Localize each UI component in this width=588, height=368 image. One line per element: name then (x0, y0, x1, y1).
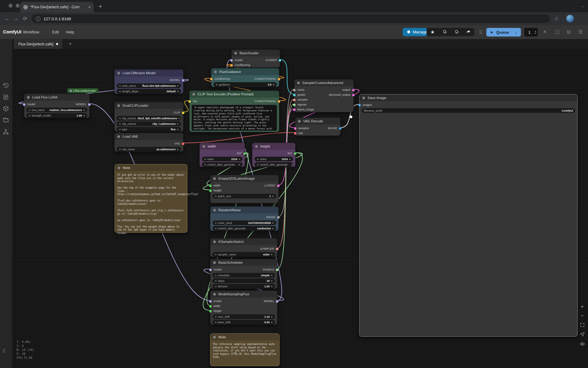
node-save_image[interactable]: Save Imageimagesfilename_prefixComfyUI (359, 94, 578, 337)
node-title-bar[interactable]: Note (115, 164, 187, 171)
output-port-CLIP[interactable] (182, 112, 184, 114)
node-title-bar[interactable]: Load Flux LoRA (24, 94, 89, 101)
browser-tab[interactable]: *Flux-Dev[artech.cafe] - Com × (20, 2, 94, 12)
node-dual_clip_loader[interactable]: DualCLIPLoaderCLIP◀clip_name1t5xxl_fp8_e… (114, 102, 183, 132)
input-port-model[interactable] (209, 300, 212, 303)
widget-lora_name[interactable]: ◀lora_namerealism_lora.safetensors▶ (26, 108, 87, 112)
widget-right-arrow-icon[interactable]: ▶ (273, 222, 274, 224)
widget-left-arrow-icon[interactable]: ◀ (215, 285, 216, 288)
widget-right-arrow-icon[interactable]: ▶ (177, 90, 179, 93)
widget-right-arrow-icon[interactable]: ▶ (271, 285, 273, 288)
node-map-icon[interactable] (2, 128, 10, 136)
node-library-icon[interactable] (2, 94, 10, 101)
input-port-conditioning[interactable] (210, 78, 213, 80)
node-width_node[interactable]: widthINT◀value1024▶◀control_after_genera… (199, 143, 245, 167)
widget-left-arrow-icon[interactable]: ◀ (28, 109, 30, 111)
widget-control_after_generate[interactable]: ◀control_after_generate.▶ (202, 162, 243, 167)
widget-left-arrow-icon[interactable]: ◀ (215, 274, 216, 277)
output-port-LATENT[interactable] (277, 185, 280, 187)
widget-right-arrow-icon[interactable]: ▶ (291, 163, 293, 166)
back-icon[interactable]: ← (3, 15, 10, 22)
theme-toggle-moon-icon[interactable]: ☾ (3, 348, 7, 354)
bell-icon-2[interactable] (450, 29, 462, 35)
widget-right-arrow-icon[interactable]: ▶ (177, 85, 179, 87)
output-port-MODEL[interactable] (182, 79, 184, 82)
node-title-bar[interactable]: width (200, 143, 245, 150)
output-port-VAE[interactable] (182, 143, 184, 145)
widget-type[interactable]: ◀typeflux▶ (117, 127, 181, 132)
widget-left-arrow-icon[interactable]: ◀ (215, 316, 216, 318)
output-port-IMAGE[interactable] (339, 127, 341, 130)
star-icon[interactable]: ★ (427, 29, 439, 35)
widget-right-arrow-icon[interactable]: ▶ (177, 148, 179, 151)
input-port-conditioning[interactable] (230, 64, 233, 67)
widget-steps[interactable]: ◀steps20▶ (213, 278, 275, 283)
widget-right-arrow-icon[interactable]: ▶ (84, 109, 85, 111)
node-title-bar[interactable]: Load Diffusion Model (115, 70, 183, 76)
widget-right-arrow-icon[interactable]: ▶ (273, 227, 274, 230)
widget-vae_name[interactable]: ◀vae_nameae.safetensors▶ (117, 147, 181, 151)
widget-sampler_name[interactable]: ◀sampler_nameeuler▶ (213, 252, 275, 257)
node-flux_guidance[interactable]: FluxGuidanceconditioningCONDITIONING◀gui… (211, 68, 279, 87)
widget-clip_name2[interactable]: ◀clip_name2clip_l.safetensors▶ (117, 121, 181, 126)
comfy-logo[interactable]: ComfyUI (3, 29, 21, 34)
input-port-model[interactable] (23, 103, 25, 106)
input-port-samples[interactable] (294, 127, 296, 130)
node-note_top[interactable]: NoteIf you get an error in any of the no… (115, 164, 187, 233)
node-basic_guider[interactable]: BasicGuidermodelGUIDERconditioning (231, 49, 280, 68)
widget-left-arrow-icon[interactable]: ◀ (119, 90, 120, 93)
input-port-clip[interactable] (188, 100, 191, 103)
stop-icon[interactable]: ▢ (555, 29, 560, 35)
output-port-SIGMAS[interactable] (276, 269, 278, 271)
input-port-height[interactable] (209, 190, 212, 192)
node-load_flux_lora[interactable]: Load Flux LoRAmodelMODEL◀lora_namerealis… (24, 94, 90, 118)
widget-left-arrow-icon[interactable]: ◀ (204, 158, 205, 160)
widget-right-arrow-icon[interactable]: ▶ (179, 117, 180, 120)
node-empty_sd3_latent[interactable]: EmptySD3LatentImagewidthLATENTheight◀bat… (210, 175, 279, 203)
node-title-bar[interactable]: SamplerCustomAdvanced (294, 79, 353, 86)
input-port-guider[interactable] (293, 94, 296, 96)
node-graph-canvas[interactable]: Load Diffusion ModelMODEL◀unet_nameflux1… (12, 49, 588, 368)
node-basic_scheduler[interactable]: BasicSchedulermodelSIGMAS◀schedulersimpl… (210, 259, 277, 289)
input-port-images[interactable] (358, 104, 361, 106)
widget-denoise[interactable]: ◀denoise1.00▶ (213, 284, 275, 289)
node-random_noise[interactable]: RandomNoiseNOISE◀noise_seed2247028183195… (210, 206, 279, 231)
widget-left-arrow-icon[interactable]: ◀ (119, 123, 120, 125)
reload-icon[interactable]: ⟳ (21, 15, 29, 22)
widget-guidance[interactable]: ◀guidance3.5▶ (213, 82, 277, 87)
widget-right-arrow-icon[interactable]: ▶ (177, 128, 179, 131)
widget-right-arrow-icon[interactable]: ▶ (271, 253, 273, 256)
node-sampler_custom_advanced[interactable]: SamplerCustomAdvancednoiseoutputguiderde… (294, 79, 354, 112)
widget-left-arrow-icon[interactable]: ◀ (119, 148, 120, 151)
widget-left-arrow-icon[interactable]: ◀ (257, 158, 258, 160)
node-title-bar[interactable]: FluxGuidance (211, 68, 279, 75)
widget-weight_dtype[interactable]: ◀weight_dtypedefault▶ (117, 89, 181, 94)
widget-left-arrow-icon[interactable]: ◀ (215, 222, 216, 224)
widget-left-arrow-icon[interactable]: ◀ (257, 163, 258, 166)
output-port-NOISE[interactable] (277, 216, 280, 219)
queue-chevron-icon[interactable]: ⌄ (512, 31, 517, 34)
widget-right-arrow-icon[interactable]: ▶ (273, 83, 275, 86)
node-load_diffusion_model[interactable]: Load Diffusion ModelMODEL◀unet_nameflux1… (114, 69, 183, 94)
output-port-INT[interactable] (294, 152, 296, 155)
node-vae_decode[interactable]: VAE DecodesamplesIMAGEvae (295, 117, 341, 136)
widget-right-arrow-icon[interactable]: ▶ (273, 195, 274, 197)
node-title-bar[interactable]: KSamplerSelect (210, 238, 277, 245)
url-bar[interactable]: i 127.0.0.1:8188 (32, 14, 550, 23)
node-title-bar[interactable]: height (252, 143, 295, 150)
node-clip_text_encode[interactable]: CLIP Text Encode (Positive Prompt)clipCO… (189, 90, 279, 132)
input-port-sampler[interactable] (293, 99, 296, 101)
widget-left-arrow-icon[interactable]: ◀ (215, 253, 216, 256)
node-title-bar[interactable]: BasicGuider (232, 50, 280, 56)
widget-right-arrow-icon[interactable]: ▶ (271, 280, 273, 282)
widget-right-arrow-icon[interactable]: ▶ (271, 316, 273, 318)
output-port-MODEL[interactable] (276, 300, 278, 303)
share-icon[interactable] (462, 29, 474, 35)
widget-max_shift[interactable]: ◀max_shift1.15▶ (213, 314, 275, 319)
node-height_node[interactable]: heightINT◀value1024▶◀control_after_gener… (252, 143, 296, 167)
new-tab-button[interactable]: + (99, 3, 102, 9)
widget-filename_prefix[interactable]: filename_prefixComfyUI (362, 108, 575, 113)
bell-icon-1[interactable] (439, 29, 450, 35)
widget-batch_size[interactable]: ◀batch_size1▶ (213, 194, 276, 198)
widget-scheduler[interactable]: ◀schedulersimple▶ (213, 273, 275, 278)
